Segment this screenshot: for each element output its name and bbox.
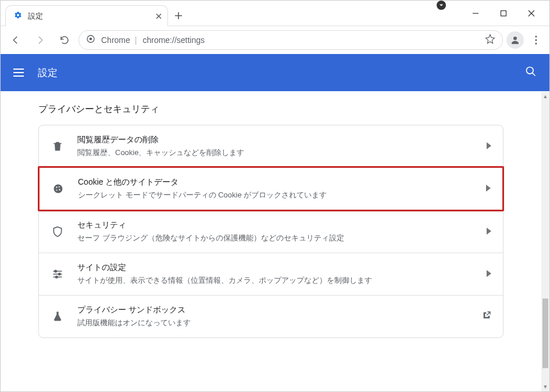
row-title: プライバシー サンドボックス [77,305,469,315]
row-desc: 試用版機能はオンになっています [77,318,469,328]
profile-avatar[interactable] [506,31,524,49]
svg-point-4 [535,35,537,37]
svg-point-15 [56,276,58,278]
maximize-button[interactable] [490,4,517,23]
url-scheme-label: Chrome| [101,35,137,45]
back-button[interactable] [5,30,26,51]
address-bar: Chrome| chrome://settings [1,26,549,54]
bookmark-star-icon[interactable] [485,34,495,46]
row-desc: 閲覧履歴、Cookie、キャッシュなどを削除します [77,148,474,158]
svg-point-13 [55,270,56,272]
row-title: セキュリティ [77,220,474,231]
svg-point-9 [56,186,57,188]
row-desc: サイトが使用、表示できる情報（位置情報、カメラ、ポップアップなど）を制御します [77,275,474,286]
svg-point-10 [59,186,60,188]
row-title: Cookie と他のサイトデータ [78,177,473,188]
row-clear-browsing-data[interactable]: 閲覧履歴データの削除 閲覧履歴、Cookie、キャッシュなどを削除します [39,125,503,167]
window-controls [462,1,549,26]
browser-menu-button[interactable] [527,30,545,51]
scroll-down-icon[interactable]: ▼ [541,382,549,391]
row-security[interactable]: セキュリティ セーフ ブラウジング（危険なサイトからの保護機能）などのセキュリテ… [39,210,503,253]
row-desc: セーフ ブラウジング（危険なサイトからの保護機能）などのセキュリティ設定 [77,233,474,243]
new-tab-button[interactable] [168,5,189,26]
gear-icon [14,11,22,21]
svg-point-6 [535,42,537,44]
page-title: 設定 [38,66,58,80]
chevron-right-icon [487,269,491,279]
browser-tab[interactable]: 設定 [5,5,168,26]
external-link-icon [482,311,491,322]
svg-point-12 [56,190,58,191]
settings-content: プライバシーとセキュリティ 閲覧履歴データの削除 閲覧履歴、Cookie、キャッ… [1,92,541,391]
cookie-icon [51,183,65,195]
close-tab-button[interactable] [156,12,162,21]
chrome-scheme-icon [86,34,95,46]
svg-point-8 [54,185,63,193]
scroll-up-icon[interactable]: ▲ [541,92,549,101]
reload-button[interactable] [54,30,75,51]
sliders-icon [51,268,65,280]
window-titlebar: 設定 [1,1,549,26]
search-settings-button[interactable] [525,66,537,80]
svg-point-14 [59,273,60,275]
row-privacy-sandbox[interactable]: プライバシー サンドボックス 試用版機能はオンになっています [39,295,503,337]
hamburger-menu-button[interactable] [13,69,24,77]
row-title: サイトの設定 [77,262,474,273]
settings-header: 設定 [1,54,549,91]
row-title: 閲覧履歴データの削除 [77,135,474,145]
tab-title: 設定 [28,11,150,21]
scrollbar-thumb[interactable] [542,299,548,368]
svg-rect-0 [501,11,506,16]
chevron-right-icon [487,141,491,152]
svg-point-5 [535,39,537,41]
svg-point-11 [59,189,60,190]
close-window-button[interactable] [518,4,545,23]
forward-button[interactable] [30,30,51,51]
chevron-right-icon [487,226,491,237]
shield-icon [51,226,65,238]
minimize-button[interactable] [462,4,489,23]
svg-point-2 [90,38,92,41]
row-cookies[interactable]: Cookie と他のサイトデータ シークレット モードでサードパーティの Coo… [38,166,504,211]
svg-point-3 [513,37,517,40]
row-desc: シークレット モードでサードパーティの Cookie がブロックされています [78,190,473,200]
url-text: chrome://settings [142,35,205,45]
privacy-card: 閲覧履歴データの削除 閲覧履歴、Cookie、キャッシュなどを削除します Coo… [38,125,503,338]
omnibox[interactable]: Chrome| chrome://settings [78,30,503,50]
account-indicator-icon[interactable] [437,1,446,10]
section-title: プライバシーとセキュリティ [38,103,503,116]
flask-icon [51,311,65,322]
trash-icon [51,141,65,152]
svg-point-7 [527,67,534,74]
chevron-right-icon [486,184,491,194]
scrollbar[interactable]: ▲ ▼ [541,92,549,391]
row-site-settings[interactable]: サイトの設定 サイトが使用、表示できる情報（位置情報、カメラ、ポップアップなど）… [39,253,503,295]
